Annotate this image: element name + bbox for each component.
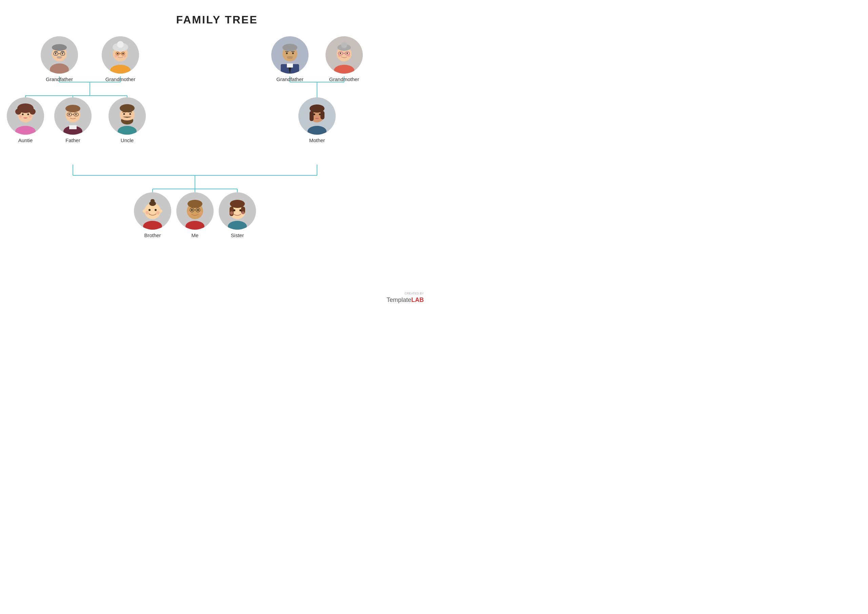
person-sister: Sister (215, 192, 259, 238)
svg-point-73 (27, 105, 32, 110)
svg-point-43 (123, 54, 126, 58)
label-auntie: Auntie (18, 137, 33, 143)
label-mother: Mother (309, 137, 325, 143)
watermark: CREATED BY TemplateLAB (386, 291, 424, 304)
person-father: Father (51, 97, 95, 143)
svg-rect-101 (321, 111, 324, 120)
svg-point-125 (199, 211, 202, 215)
svg-point-133 (239, 209, 242, 211)
svg-point-63 (347, 53, 348, 54)
watermark-created-by: CREATED BY (386, 291, 424, 296)
page-title: FAMILY TREE (0, 0, 434, 26)
svg-point-76 (19, 115, 22, 118)
watermark-template: Template (386, 297, 411, 303)
svg-point-58 (341, 42, 347, 48)
person-auntie: Auntie (3, 97, 48, 143)
person-grandfather2: Grandfather (268, 36, 312, 82)
svg-rect-50 (285, 51, 288, 52)
svg-rect-26 (61, 51, 64, 52)
svg-point-113 (146, 211, 149, 215)
svg-point-74 (22, 113, 24, 115)
person-uncle: Uncle (105, 97, 149, 143)
person-mother: Mother (295, 97, 339, 143)
svg-point-123 (197, 209, 199, 211)
svg-point-31 (62, 53, 63, 54)
svg-point-134 (230, 211, 233, 215)
avatar-father (54, 97, 91, 135)
svg-point-38 (122, 53, 124, 54)
svg-point-102 (314, 113, 315, 115)
svg-point-77 (29, 115, 31, 118)
svg-point-65 (347, 54, 350, 57)
svg-point-112 (155, 209, 157, 211)
svg-point-124 (188, 211, 191, 215)
svg-point-114 (156, 211, 160, 215)
svg-rect-47 (287, 64, 293, 67)
avatar-auntie (7, 97, 44, 135)
svg-rect-80 (69, 125, 77, 129)
svg-rect-108 (150, 199, 155, 206)
person-grandmother1: Grandmother (98, 36, 143, 82)
avatar-me (176, 192, 214, 230)
svg-point-62 (340, 53, 341, 54)
svg-point-75 (28, 113, 29, 115)
svg-point-132 (233, 209, 235, 211)
svg-point-82 (65, 105, 81, 112)
svg-point-103 (319, 113, 321, 115)
avatar-mother (298, 97, 336, 135)
label-uncle: Uncle (121, 137, 133, 143)
label-father: Father (65, 137, 80, 143)
svg-point-24 (52, 44, 67, 51)
svg-point-86 (68, 113, 70, 115)
svg-point-53 (292, 53, 294, 54)
person-me: Me (173, 192, 217, 238)
label-grandfather2: Grandfather (276, 76, 304, 82)
svg-point-52 (286, 53, 288, 54)
svg-point-94 (123, 113, 125, 115)
label-grandmother2: Grandmother (329, 76, 359, 82)
avatar-sister (219, 192, 256, 230)
svg-point-95 (130, 113, 131, 115)
svg-rect-25 (54, 51, 57, 52)
svg-point-30 (55, 53, 56, 54)
svg-point-42 (115, 54, 117, 58)
avatar-brother (134, 192, 171, 230)
svg-point-135 (242, 211, 245, 215)
watermark-lab: LAB (411, 297, 424, 303)
svg-point-72 (19, 105, 24, 110)
svg-point-91 (120, 104, 135, 112)
svg-point-37 (117, 53, 119, 54)
label-brother: Brother (144, 232, 161, 238)
avatar-uncle (108, 97, 146, 135)
avatar-grandmother2 (326, 36, 363, 74)
svg-point-64 (338, 54, 341, 57)
svg-point-118 (188, 200, 202, 208)
svg-point-49 (282, 44, 298, 51)
svg-point-87 (75, 113, 77, 115)
avatar-grandfather1 (41, 36, 78, 74)
person-grandmother2: Grandmother (322, 36, 366, 82)
svg-rect-100 (310, 111, 314, 121)
svg-point-122 (191, 209, 193, 211)
svg-point-36 (117, 41, 124, 48)
person-brother: Brother (130, 192, 175, 238)
avatar-grandmother1 (102, 36, 139, 74)
avatar-grandfather2 (271, 36, 308, 74)
svg-point-111 (149, 209, 150, 211)
label-sister: Sister (231, 232, 244, 238)
label-grandmother1: Grandmother (105, 76, 135, 82)
svg-rect-51 (291, 51, 294, 52)
label-grandfather1: Grandfather (46, 76, 73, 82)
person-grandfather1: Grandfather (37, 36, 81, 82)
label-me: Me (192, 232, 199, 238)
